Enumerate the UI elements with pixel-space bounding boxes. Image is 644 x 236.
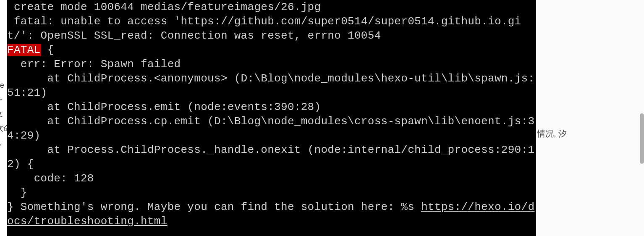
terminal-line: { [41,44,54,56]
terminal-line: code: 128 [7,172,94,185]
bg-text: 情况, 汐 [537,126,644,141]
bg-text: // [0,64,7,78]
bg-text: // [0,50,7,64]
bg-text: ne [0,78,7,92]
background-page-right: 情况, 汐 供了大 [536,0,644,236]
bg-text: y, [0,135,7,149]
bg-text: 次命 [0,121,7,135]
terminal-line: at ChildProcess.cp.emit (D:\Blog\node_mo… [7,115,534,142]
terminal-line: create mode 100644 medias/featureimages/… [7,1,321,13]
terminal-line: at Process.ChildProcess._handle.onexit (… [7,144,534,170]
scrollbar-thumb[interactable] [640,113,644,164]
terminal-line: at ChildProcess.emit (node:events:390:28… [7,101,321,113]
terminal-window[interactable]: create mode 100644 medias/featureimages/… [7,0,536,236]
bg-text: 文 [0,107,7,121]
terminal-line: err: Error: Spawn failed [7,58,181,71]
terminal-line: } [7,186,27,199]
background-page-left: // // ne g- 文 次命 y, [0,0,7,236]
fatal-badge: FATAL [7,44,41,56]
terminal-line: } Something's wrong. Maybe you can find … [7,201,421,213]
bg-text: g- [0,92,7,107]
terminal-line: fatal: unable to access 'https://github.… [7,15,521,42]
terminal-line: at ChildProcess.<anonymous> (D:\Blog\nod… [7,72,534,99]
